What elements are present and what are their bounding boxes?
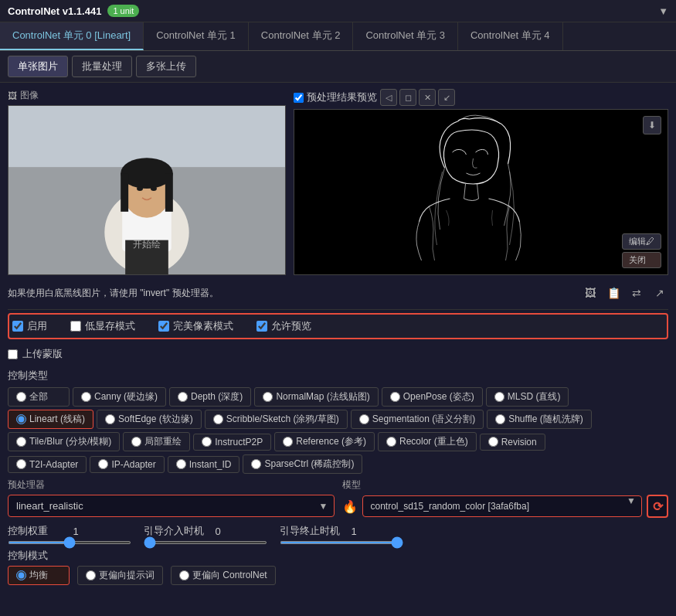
sub-tabs: 单张图片 批量处理 多张上传 [0, 51, 676, 83]
image-overlay-text: 开始绘 [133, 238, 161, 251]
image-section: 🖼 图像 [8, 89, 668, 275]
preview-btn-back[interactable]: ◁ [380, 89, 397, 106]
preview-controls: ◁ ◻ ✕ ↙ [380, 89, 455, 106]
enable-checkbox[interactable] [12, 321, 23, 332]
model-row-inner: 🔥 control_sd15_random_color [3afa6fba] ▼… [342, 495, 669, 518]
preview-label: 预处理结果预览 [307, 90, 377, 104]
radio-segmentation[interactable]: Segmentation (语义分割) [351, 410, 484, 429]
radio-instant-id[interactable]: Instant_ID [168, 456, 240, 473]
allow-preview-checkbox-item[interactable]: 允许预览 [256, 319, 311, 333]
lineart-preview [294, 110, 668, 268]
model-label: 模型 [342, 478, 669, 492]
allow-preview-checkbox[interactable] [256, 321, 267, 332]
radio-sparsectrl[interactable]: SparseCtrl (稀疏控制) [243, 454, 362, 474]
radio-canny[interactable]: Canny (硬边缘) [73, 387, 166, 407]
preview-box: ⬇ 编辑🖊 关闭 [294, 109, 668, 275]
preprocessor-select[interactable]: lineart_realisticlineart_coarselineart_s… [8, 495, 335, 517]
model-col: 模型 🔥 control_sd15_random_color [3afa6fba… [342, 478, 669, 518]
mode-controlnet[interactable]: 更偏向 ControlNet [171, 566, 276, 585]
top-bar: ControlNet v1.1.441 1 unit ▼ [0, 0, 676, 22]
model-select[interactable]: control_sd15_random_color [3afa6fba] [362, 495, 643, 517]
radio-reference[interactable]: Reference (参考) [274, 432, 375, 451]
radio-depth[interactable]: Depth (深度) [169, 387, 251, 407]
low-vram-label: 低显存模式 [85, 319, 135, 333]
tab-unit4[interactable]: ControlNet 单元 4 [458, 22, 563, 50]
image-upload-box[interactable]: 开始绘 [8, 105, 286, 275]
svg-rect-8 [121, 173, 128, 212]
tab-unit3[interactable]: ControlNet 单元 3 [353, 22, 458, 50]
tab-unit1[interactable]: ControlNet 单元 1 [144, 22, 249, 50]
end-step-slider[interactable] [280, 541, 403, 544]
mode-balanced[interactable]: 均衡 [8, 566, 70, 585]
radio-openpose[interactable]: OpenPose (姿态) [382, 387, 483, 407]
image-icon: 🖼 [8, 90, 17, 101]
radio-all[interactable]: 全部 [8, 387, 70, 407]
preview-btn-expand[interactable]: ↙ [438, 89, 455, 106]
mode-prompt[interactable]: 更偏向提示词 [77, 566, 163, 585]
radio-mlsd[interactable]: MLSD (直线) [486, 387, 569, 407]
info-row-right: 🖼 📋 ⇄ ↗ [582, 284, 668, 301]
subtab-multi[interactable]: 多张上传 [136, 56, 196, 77]
radio-shuffle[interactable]: Shuffle (随机洗牌) [487, 410, 591, 429]
upload-mask-label: 上传蒙版 [22, 347, 63, 361]
pixel-perfect-label: 完美像素模式 [173, 319, 233, 333]
radio-normalmap[interactable]: NormalMap (法线贴图) [254, 387, 378, 407]
image-icon-btn[interactable]: 🖼 [582, 284, 599, 301]
radio-scribble[interactable]: Scribble/Sketch (涂鸦/草图) [205, 410, 348, 429]
radio-recolor[interactable]: Recolor (重上色) [378, 432, 477, 451]
radio-softedge[interactable]: SoftEdge (软边缘) [97, 410, 202, 429]
preprocessor-model-row: 预处理器 lineart_realisticlineart_coarseline… [8, 478, 668, 518]
control-type-section-label: 控制类型 [8, 369, 668, 383]
control-mode-label: 控制模式 [8, 549, 668, 563]
close-button[interactable]: 关闭 [622, 252, 661, 268]
preprocessor-label: 预处理器 [8, 478, 335, 492]
divider1 [8, 309, 668, 310]
swap-icon-btn[interactable]: ⇄ [628, 284, 645, 301]
download-button[interactable]: ⬇ [643, 116, 661, 134]
info-row: 如果使用白底黑线图片，请使用 "invert" 预处理器。 🖼 📋 ⇄ ↗ [8, 280, 668, 306]
start-step-slider[interactable] [144, 541, 267, 544]
preview-btn-square[interactable]: ◻ [399, 89, 416, 106]
radio-revision[interactable]: Revision [480, 434, 545, 451]
control-type-row1: 全部 Canny (硬边缘) Depth (深度) NormalMap (法线贴… [8, 387, 668, 407]
low-vram-checkbox[interactable] [70, 321, 81, 332]
upload-mask-checkbox[interactable] [8, 349, 18, 359]
svg-point-7 [121, 158, 173, 189]
tab-unit2[interactable]: ControlNet 单元 2 [249, 22, 354, 50]
radio-tile[interactable]: Tile/Blur (分块/模糊) [8, 432, 120, 451]
control-weight-value: 1 [68, 526, 83, 537]
preview-header: 预处理结果预览 ◁ ◻ ✕ ↙ [294, 89, 668, 106]
enable-checkbox-item[interactable]: 启用 [12, 319, 47, 333]
svg-point-11 [151, 186, 157, 191]
control-weight-slider[interactable] [8, 541, 131, 544]
expand-icon-btn[interactable]: ↗ [651, 284, 668, 301]
edit-button[interactable]: 编辑🖊 [622, 233, 661, 250]
low-vram-checkbox-item[interactable]: 低显存模式 [70, 319, 135, 333]
main-content: 🖼 图像 [0, 83, 676, 591]
pixel-perfect-checkbox[interactable] [158, 321, 169, 332]
dropdown-arrow-icon[interactable]: ▼ [658, 5, 668, 17]
clipboard-icon-btn[interactable]: 📋 [605, 284, 622, 301]
start-step-value: 0 [210, 526, 226, 537]
subtab-single[interactable]: 单张图片 [8, 56, 68, 77]
end-step-value: 1 [346, 526, 362, 537]
preview-checkbox[interactable] [294, 93, 304, 103]
model-refresh-button[interactable]: ⟳ [647, 495, 668, 518]
preprocessor-col: 预处理器 lineart_realisticlineart_coarseline… [8, 478, 335, 518]
preview-btn-close[interactable]: ✕ [419, 89, 436, 106]
tab-unit0[interactable]: ControlNet 单元 0 [Lineart] [0, 22, 144, 50]
radio-lineart[interactable]: Lineart (线稿) [8, 410, 93, 429]
control-type-row3: Tile/Blur (分块/模糊) 局部重绘 InstructP2P Refer… [8, 432, 668, 451]
image-upload-panel: 🖼 图像 [8, 89, 286, 275]
radio-ip-adapter[interactable]: IP-Adapter [90, 456, 164, 473]
radio-inpaint[interactable]: 局部重绘 [123, 432, 190, 451]
control-mode-section: 控制模式 均衡 更偏向提示词 更偏向 ControlNet [8, 549, 668, 585]
enable-label: 启用 [27, 319, 47, 333]
radio-instructp2p[interactable]: InstructP2P [193, 434, 271, 451]
fire-icon: 🔥 [342, 499, 358, 514]
unit-badge: 1 unit [107, 5, 139, 17]
radio-t2i[interactable]: T2I-Adapter [8, 456, 87, 473]
subtab-batch[interactable]: 批量处理 [72, 56, 132, 77]
upload-mode-row: 上传蒙版 [8, 344, 668, 364]
pixel-perfect-checkbox-item[interactable]: 完美像素模式 [158, 319, 233, 333]
